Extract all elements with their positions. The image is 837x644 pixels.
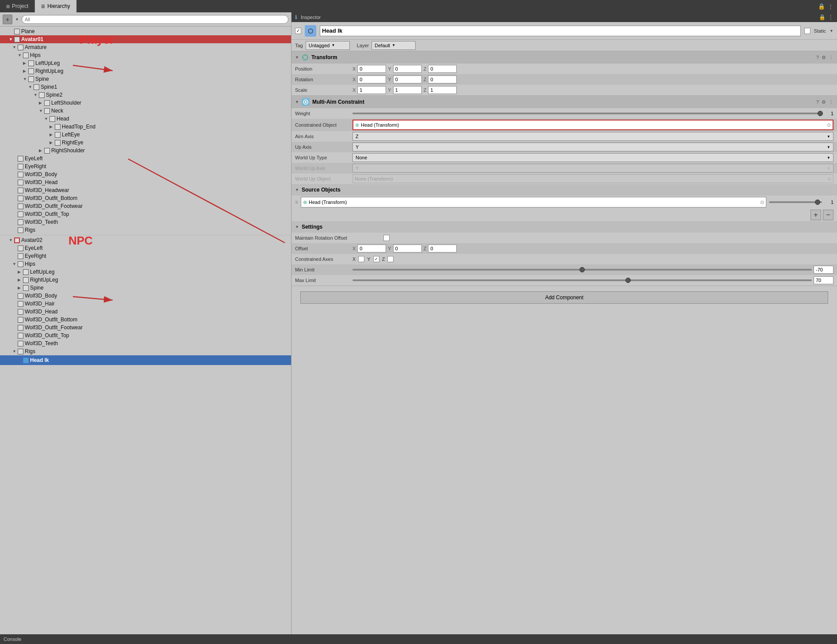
lock-inspector-icon[interactable]: 🔒 xyxy=(819,14,826,20)
tree-item-wolf3d-outfit-footwear2[interactable]: Wolf3D_Outfit_Footwear xyxy=(0,324,291,331)
cube-icon xyxy=(44,148,50,154)
expand-arrow-armature[interactable]: ▼ xyxy=(12,45,18,49)
tree-item-label: Hips xyxy=(25,261,35,267)
scale-x-input[interactable] xyxy=(357,86,386,94)
tree-item-leftupleg2[interactable]: ▶ LeftUpLeg xyxy=(0,268,291,276)
tree-item-rightupleg2[interactable]: ▶ RightUpLeg xyxy=(0,276,291,284)
gameobject-enabled-checkbox[interactable]: ✓ xyxy=(295,28,301,34)
x-axis-checkbox[interactable] xyxy=(358,256,364,262)
tree-item-spine2[interactable]: ▼ Spine2 xyxy=(0,91,291,99)
tree-item-wolf3d-outfit-footwear[interactable]: Wolf3D_Outfit_Footwear xyxy=(0,202,291,210)
transform-more-icon[interactable]: ⋮ xyxy=(829,55,833,60)
tree-item-spine1[interactable]: ▼ Spine1 xyxy=(0,83,291,91)
expand-arrow-avatar01[interactable]: ▼ xyxy=(9,37,14,41)
tree-item-plane[interactable]: Plane xyxy=(0,27,291,35)
tree-item-wolf3d-teeth2[interactable]: Wolf3D_Teeth xyxy=(0,339,291,347)
tree-item-neck[interactable]: ▼ Neck xyxy=(0,107,291,115)
source-objects-header[interactable]: ▼ Source Objects xyxy=(292,184,837,196)
add-object-button[interactable]: + xyxy=(3,15,12,24)
tree-item-eyeleft[interactable]: EyeLeft xyxy=(0,154,291,162)
tree-item-avatar02[interactable]: ▼ Avatar02 xyxy=(0,236,291,244)
min-limit-input[interactable] xyxy=(814,266,833,274)
add-source-button[interactable]: + xyxy=(810,210,821,220)
tree-item-avatar01[interactable]: ▼ Avatar01 xyxy=(0,35,291,43)
tree-item-wolf3d-outfit-top[interactable]: Wolf3D_Outfit_Top xyxy=(0,210,291,218)
tree-item-wolf3d-teeth[interactable]: Wolf3D_Teeth xyxy=(0,218,291,226)
remove-source-button[interactable]: − xyxy=(823,210,833,220)
layer-label: Layer xyxy=(357,43,369,48)
tree-item-rigs2[interactable]: ▼ Rigs xyxy=(0,347,291,355)
tree-item-spine2b[interactable]: ▶ Spine xyxy=(0,284,291,292)
y-axis-checkbox[interactable]: ✓ xyxy=(373,256,379,262)
tree-item-wolf3d-head[interactable]: Wolf3D_Head xyxy=(0,178,291,186)
tree-item-eyeright[interactable]: EyeRight xyxy=(0,162,291,170)
multi-aim-settings-icon[interactable]: ⚙ xyxy=(822,99,826,105)
tree-item-eyeleft2[interactable]: EyeLeft xyxy=(0,244,291,252)
scale-y-input[interactable] xyxy=(393,86,422,94)
source-weight-slider[interactable] xyxy=(769,201,822,203)
add-component-button[interactable]: Add Component xyxy=(300,291,828,304)
transform-settings-icon[interactable]: ⚙ xyxy=(822,55,826,60)
hierarchy-search-input[interactable] xyxy=(22,15,288,24)
inspector-menu-icon[interactable]: ⋮ xyxy=(828,14,833,20)
max-limit-input[interactable] xyxy=(814,276,833,284)
tree-item-rightupleg[interactable]: ▶ RightUpLeg xyxy=(0,67,291,75)
multi-aim-help-icon[interactable]: ? xyxy=(816,99,819,105)
tab-hierarchy[interactable]: ☰ Hierarchy xyxy=(35,0,76,12)
offset-x-input[interactable] xyxy=(357,245,386,252)
up-axis-dropdown[interactable]: Y ▼ xyxy=(352,143,833,151)
tree-item-head[interactable]: ▼ Head xyxy=(0,115,291,123)
tree-item-wolf3d-headwear[interactable]: Wolf3D_Headwear xyxy=(0,186,291,194)
tree-item-wolf3d-hair2[interactable]: Wolf3D_Hair xyxy=(0,300,291,308)
tree-item-wolf3d-outfit-bottom[interactable]: Wolf3D_Outfit_Bottom xyxy=(0,194,291,202)
tree-item-wolf3d-outfit-bottom2[interactable]: Wolf3D_Outfit_Bottom xyxy=(0,316,291,324)
min-limit-slider[interactable] xyxy=(352,269,812,271)
gameobject-name-field[interactable] xyxy=(320,26,801,36)
multi-aim-header[interactable]: ▼ Multi-Aim Constraint ? ⚙ ⋮ xyxy=(292,96,837,108)
aim-axis-dropdown[interactable]: Z ▼ xyxy=(352,132,833,141)
constrained-object-field[interactable]: ⊕ Head (Transform) ⊙ xyxy=(352,120,833,130)
tree-item-hips[interactable]: ▼ Hips xyxy=(0,51,291,59)
tree-item-leftshoulder[interactable]: ▶ LeftShoulder xyxy=(0,99,291,107)
rot-x-input[interactable] xyxy=(357,75,386,83)
tree-item-rigs[interactable]: Rigs xyxy=(0,226,291,234)
maintain-rotation-checkbox[interactable] xyxy=(383,235,390,241)
world-up-type-dropdown[interactable]: None ▼ xyxy=(352,153,833,162)
tree-item-righteye-child[interactable]: ▶ RightEye xyxy=(0,139,291,147)
rot-y-input[interactable] xyxy=(393,75,422,83)
source-item-field[interactable]: ⊕ Head (Transform) ⊙ xyxy=(301,197,766,207)
transform-help-icon[interactable]: ? xyxy=(816,55,819,60)
static-checkbox[interactable] xyxy=(804,28,810,34)
multi-aim-more-icon[interactable]: ⋮ xyxy=(829,99,833,105)
tree-item-wolf3d-head2[interactable]: Wolf3D_Head xyxy=(0,308,291,316)
tree-item-wolf3d-body2[interactable]: Wolf3D_Body xyxy=(0,292,291,300)
tree-item-armature[interactable]: ▼ Armature xyxy=(0,43,291,51)
tree-item-lefteye-child[interactable]: ▶ LeftEye xyxy=(0,131,291,139)
tree-item-wolf3d-outfit-top2[interactable]: Wolf3D_Outfit_Top xyxy=(0,331,291,339)
offset-z-input[interactable] xyxy=(428,245,457,252)
layer-dropdown[interactable]: Default ▼ xyxy=(371,41,416,50)
tree-item-spine[interactable]: ▼ Spine xyxy=(0,75,291,83)
tree-item-wolf3d-body[interactable]: Wolf3D_Body xyxy=(0,170,291,178)
max-limit-slider[interactable] xyxy=(352,279,812,281)
tab-project[interactable]: ⊞ Project xyxy=(0,0,35,12)
tree-item-headik[interactable]: Head Ik xyxy=(0,355,291,365)
expand-arrow-hips[interactable]: ▼ xyxy=(18,53,23,57)
pos-y-input[interactable] xyxy=(393,65,422,73)
console-tab[interactable]: Console xyxy=(4,636,21,642)
offset-y-input[interactable] xyxy=(393,245,422,252)
transform-header[interactable]: ▼ Transform ? ⚙ ⋮ xyxy=(292,51,837,64)
tree-item-eyeright2[interactable]: EyeRight xyxy=(0,252,291,260)
tag-dropdown[interactable]: Untagged ▼ xyxy=(306,41,350,50)
scale-z-input[interactable] xyxy=(428,86,457,94)
tree-item-leftupleg[interactable]: ▶ LeftUpLeg xyxy=(0,59,291,67)
tree-item-headtopend[interactable]: ▶ HeadTop_End xyxy=(0,123,291,131)
pos-x-input[interactable] xyxy=(357,65,386,73)
pos-z-input[interactable] xyxy=(428,65,457,73)
static-dropdown-arrow[interactable]: ▼ xyxy=(829,29,833,33)
tree-item-hips2[interactable]: ▼ Hips xyxy=(0,260,291,268)
settings-header[interactable]: ▼ Settings xyxy=(292,221,837,233)
z-axis-checkbox[interactable] xyxy=(387,256,394,262)
tree-item-rightshoulder[interactable]: ▶ RightShoulder xyxy=(0,147,291,154)
rot-z-input[interactable] xyxy=(428,75,457,83)
